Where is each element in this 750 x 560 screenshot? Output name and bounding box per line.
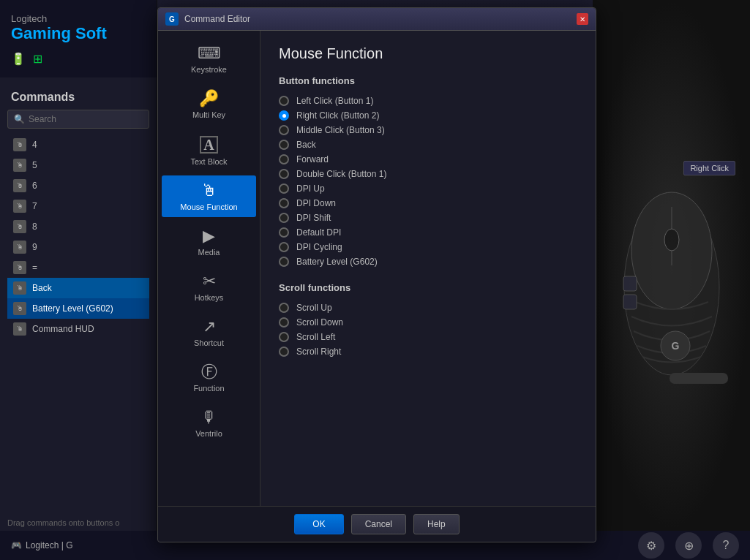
bottom-icons: ⚙ ⊕ ? xyxy=(638,532,739,559)
sidebar-header: Logitech Gaming Soft 🔋 ⊞ xyxy=(0,0,157,77)
radio-circle-default-dpi[interactable] xyxy=(279,227,289,238)
cmd-icon: 🖱 xyxy=(13,179,26,192)
settings-button[interactable]: ⚙ xyxy=(638,532,664,559)
radio-dpi-down[interactable]: DPI Down xyxy=(279,196,577,211)
nav-label-textblock: Text Block xyxy=(190,157,227,166)
dialog-logo-icon: G xyxy=(165,12,179,26)
cmd-icon: 🖱 xyxy=(13,200,26,213)
dialog-title: Command Editor xyxy=(184,14,571,24)
radio-label-scroll-down: Scroll Down xyxy=(296,317,343,328)
radio-back[interactable]: Back xyxy=(279,137,577,152)
cmd-icon: 🖱 xyxy=(13,281,26,295)
radio-circle-scroll-right[interactable] xyxy=(279,347,289,357)
share-button[interactable]: ⊕ xyxy=(675,532,702,559)
radio-circle-battery-level[interactable] xyxy=(279,257,289,267)
help-icon-button[interactable]: ? xyxy=(713,532,739,559)
search-input[interactable] xyxy=(29,114,143,124)
cmd-label: 8 xyxy=(32,222,37,232)
mouse-image: G xyxy=(593,0,750,531)
radio-scroll-left[interactable]: Scroll Left xyxy=(279,330,577,344)
radio-label-middle-click: Middle Click (Button 3) xyxy=(296,125,385,135)
radio-middle-click[interactable]: Middle Click (Button 3) xyxy=(279,123,577,137)
search-box[interactable]: 🔍 xyxy=(7,110,149,129)
dialog-body: ⌨ Keystroke 🔑 Multi Key A Text Block 🖱 M… xyxy=(158,31,596,506)
radio-circle-double-click[interactable] xyxy=(279,169,289,179)
radio-scroll-down[interactable]: Scroll Down xyxy=(279,315,577,330)
search-icon: 🔍 xyxy=(14,114,25,124)
cmd-icon: 🖱 xyxy=(13,159,26,172)
ventrilo-icon: 🎙 xyxy=(201,409,217,425)
radio-circle-back[interactable] xyxy=(279,140,289,150)
radio-label-forward: Forward xyxy=(296,154,329,164)
svg-rect-6 xyxy=(623,276,637,291)
cmd-icon: 🖱 xyxy=(13,322,26,336)
radio-circle-scroll-down[interactable] xyxy=(279,317,289,328)
nav-item-ventrilo[interactable]: 🎙 Ventrilo xyxy=(162,402,256,444)
right-click-label: Right Click xyxy=(683,161,735,175)
sidebar-icons: 🔋 ⊞ xyxy=(11,49,146,69)
radio-circle-dpi-shift[interactable] xyxy=(279,213,289,223)
svg-point-5 xyxy=(664,229,679,251)
radio-circle-middle-click[interactable] xyxy=(279,125,289,135)
radio-default-dpi[interactable]: Default DPI xyxy=(279,225,577,240)
grid-icon: ⊞ xyxy=(33,52,42,66)
nav-item-media[interactable]: ▶ Media xyxy=(162,221,256,262)
dialog-footer: OK Cancel Help xyxy=(158,506,596,542)
list-item[interactable]: 🖱 5 xyxy=(7,155,149,175)
radio-dpi-cycling[interactable]: DPI Cycling xyxy=(279,240,577,254)
function-icon: Ⓕ xyxy=(201,364,217,380)
list-item[interactable]: 🖱 4 xyxy=(7,135,149,155)
nav-label-ventrilo: Ventrilo xyxy=(195,429,222,438)
list-item[interactable]: 🖱 = xyxy=(7,257,149,278)
cmd-icon: 🖱 xyxy=(13,302,26,315)
nav-item-textblock[interactable]: A Text Block xyxy=(162,129,256,172)
radio-right-click[interactable]: Right Click (Button 2) xyxy=(279,108,577,123)
radio-circle-dpi-up[interactable] xyxy=(279,183,289,194)
list-item-hud[interactable]: 🖱 Command HUD xyxy=(7,319,149,339)
list-item[interactable]: 🖱 7 xyxy=(7,196,149,216)
ok-button[interactable]: OK xyxy=(294,514,343,534)
sidebar: Logitech Gaming Soft 🔋 ⊞ Commands 🔍 🖱 4 … xyxy=(0,0,157,560)
radio-forward[interactable]: Forward xyxy=(279,152,577,167)
list-item[interactable]: 🖱 6 xyxy=(7,175,149,196)
list-item[interactable]: 🖱 9 xyxy=(7,237,149,257)
nav-item-keystroke[interactable]: ⌨ Keystroke xyxy=(162,38,256,80)
radio-circle-left-click[interactable] xyxy=(279,96,289,106)
nav-item-multikey[interactable]: 🔑 Multi Key xyxy=(162,83,256,125)
radio-scroll-right[interactable]: Scroll Right xyxy=(279,344,577,359)
help-button[interactable]: Help xyxy=(413,514,460,534)
radio-circle-scroll-up[interactable] xyxy=(279,303,289,313)
nav-item-hotkeys[interactable]: ✂ Hotkeys xyxy=(162,266,256,308)
nav-label-shortcut: Shortcut xyxy=(194,338,224,347)
command-nav: ⌨ Keystroke 🔑 Multi Key A Text Block 🖱 M… xyxy=(158,31,260,506)
cmd-label: 7 xyxy=(32,201,37,211)
cancel-button[interactable]: Cancel xyxy=(351,514,406,534)
radio-left-click[interactable]: Left Click (Button 1) xyxy=(279,94,577,108)
cmd-icon: 🖱 xyxy=(13,241,26,254)
multikey-icon: 🔑 xyxy=(199,91,219,107)
list-item[interactable]: 🖱 8 xyxy=(7,216,149,237)
radio-double-click[interactable]: Double Click (Button 1) xyxy=(279,167,577,181)
nav-item-mousefunction[interactable]: 🖱 Mouse Function xyxy=(162,175,256,217)
radio-circle-scroll-left[interactable] xyxy=(279,332,289,342)
radio-label-scroll-right: Scroll Right xyxy=(296,347,341,357)
dialog-close-button[interactable]: ✕ xyxy=(577,13,588,25)
nav-item-function[interactable]: Ⓕ Function xyxy=(162,357,256,398)
radio-label-left-click: Left Click (Button 1) xyxy=(296,96,373,106)
radio-circle-right-click[interactable] xyxy=(279,110,289,121)
radio-battery-level[interactable]: Battery Level (G602) xyxy=(279,254,577,269)
shortcut-icon: ↗ xyxy=(203,319,216,335)
svg-rect-7 xyxy=(623,295,637,309)
nav-item-shortcut[interactable]: ↗ Shortcut xyxy=(162,311,256,353)
slider-area[interactable] xyxy=(670,373,728,384)
cmd-icon: 🖱 xyxy=(13,138,26,151)
radio-circle-dpi-cycling[interactable] xyxy=(279,242,289,252)
radio-circle-forward[interactable] xyxy=(279,154,289,164)
list-item-back[interactable]: 🖱 Back xyxy=(7,278,149,298)
radio-scroll-up[interactable]: Scroll Up xyxy=(279,300,577,315)
radio-dpi-up[interactable]: DPI Up xyxy=(279,181,577,196)
radio-circle-dpi-down[interactable] xyxy=(279,198,289,208)
list-item-battery[interactable]: 🖱 Battery Level (G602) xyxy=(7,298,149,319)
radio-dpi-shift[interactable]: DPI Shift xyxy=(279,211,577,225)
drag-hint: Drag commands onto buttons o xyxy=(7,518,153,527)
